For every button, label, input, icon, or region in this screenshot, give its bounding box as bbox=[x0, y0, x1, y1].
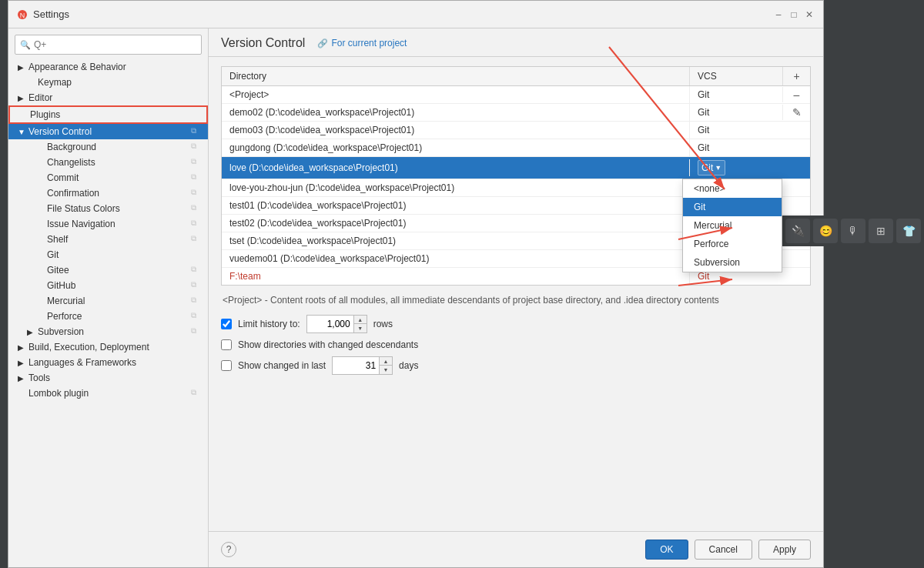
show-changed-descendants-checkbox[interactable] bbox=[221, 339, 232, 350]
table-row: demo02 (D:\code\idea_workspace\Project01… bbox=[222, 104, 810, 122]
show-changed-last-checkbox[interactable] bbox=[221, 360, 232, 371]
expand-arrow: ▶ bbox=[18, 63, 27, 72]
sidebar-item-confirmation[interactable]: Confirmation ⧉ bbox=[8, 185, 208, 201]
sidebar-item-perforce[interactable]: Perforce ⧉ bbox=[8, 309, 208, 324]
dropdown-option-git[interactable]: Git bbox=[683, 198, 782, 216]
sidebar-item-commit[interactable]: Commit ⧉ bbox=[8, 170, 208, 185]
sidebar-item-keymap[interactable]: Keymap bbox=[8, 75, 208, 90]
dialog-content: 🔍 ▶ Appearance & Behavior Keymap bbox=[8, 28, 823, 567]
sidebar-item-label: Appearance & Behavior bbox=[28, 62, 126, 72]
sidebar-item-languages[interactable]: ▶ Languages & Frameworks bbox=[8, 355, 208, 370]
table-row: <Project> Git – bbox=[222, 86, 810, 104]
spinner-down-button[interactable]: ▼ bbox=[354, 324, 367, 332]
sidebar-item-label: Lombok plugin bbox=[28, 388, 89, 399]
sidebar-item-mercurial[interactable]: Mercurial ⧉ bbox=[8, 293, 208, 309]
sidebar-item-label: Shelf bbox=[47, 234, 68, 245]
sidebar-item-label: GitHub bbox=[47, 280, 75, 291]
apply-button[interactable]: Apply bbox=[758, 540, 811, 560]
row-vcs: Git bbox=[690, 86, 782, 103]
row-dir: love (D:\code\idea_workspace\Project01) bbox=[222, 159, 690, 176]
limit-history-checkbox[interactable] bbox=[221, 319, 232, 329]
cancel-button[interactable]: Cancel bbox=[695, 540, 752, 560]
maximize-button[interactable]: □ bbox=[788, 8, 800, 21]
sidebar-item-github[interactable]: GitHub ⧉ bbox=[8, 278, 208, 293]
sidebar-item-version-control[interactable]: ▼ Version Control ⧉ bbox=[8, 124, 208, 139]
vcs-table-header: Directory VCS + bbox=[222, 67, 810, 86]
copy-icon: ⧉ bbox=[191, 265, 202, 276]
show-changed-last-spinner[interactable]: ▲ ▼ bbox=[332, 356, 393, 375]
sidebar-item-label: Changelists bbox=[47, 157, 95, 168]
sidebar-item-label: File Status Colors bbox=[47, 203, 120, 214]
dropdown-option-none[interactable]: <none> bbox=[683, 179, 782, 198]
sidebar-item-tools[interactable]: ▶ Tools bbox=[8, 370, 208, 386]
panel-title: Version Control bbox=[221, 36, 305, 50]
sidebar-item-issue-navigation[interactable]: Issue Navigation ⧉ bbox=[8, 216, 208, 232]
limit-history-input[interactable] bbox=[307, 316, 353, 332]
options-section: Limit history to: ▲ ▼ rows bbox=[221, 315, 811, 375]
sidebar-item-label: Issue Navigation bbox=[47, 219, 116, 229]
spinner-up-button[interactable]: ▲ bbox=[354, 316, 367, 324]
sidebar-item-label: Confirmation bbox=[47, 188, 99, 199]
row-dir: love-you-zhou-jun (D:\code\idea_workspac… bbox=[222, 179, 690, 196]
dialog-title: Settings bbox=[33, 8, 772, 20]
sidebar-item-build-execution[interactable]: ▶ Build, Execution, Deployment bbox=[8, 339, 208, 355]
expand-arrow: ▼ bbox=[18, 128, 27, 136]
ide-icon-5[interactable]: 👕 bbox=[896, 219, 921, 243]
row-vcs: Git bbox=[690, 139, 782, 156]
sidebar-item-lombok[interactable]: Lombok plugin ⧉ bbox=[8, 386, 208, 401]
show-changed-descendants-label: Show directories with changed descendant… bbox=[238, 339, 418, 350]
sidebar-item-file-status-colors[interactable]: File Status Colors ⧉ bbox=[8, 201, 208, 216]
ide-icon-1[interactable]: 🔌 bbox=[785, 219, 810, 243]
edit-row-button[interactable]: ✎ bbox=[789, 105, 805, 120]
vcs-dropdown-trigger[interactable]: Git ▼ bbox=[698, 160, 725, 175]
ok-button[interactable]: OK bbox=[645, 540, 688, 560]
minimize-button[interactable]: – bbox=[772, 8, 785, 21]
close-button[interactable]: ✕ bbox=[803, 8, 815, 21]
vcs-table: Directory VCS + <Project> Git bbox=[221, 66, 811, 286]
dropdown-option-perforce[interactable]: Perforce bbox=[683, 235, 782, 253]
dropdown-option-subversion[interactable]: Subversion bbox=[683, 253, 782, 272]
for-current-project-link[interactable]: 🔗 For current project bbox=[317, 38, 407, 48]
sidebar-item-subversion[interactable]: ▶ Subversion ⧉ bbox=[8, 324, 208, 339]
link-icon: 🔗 bbox=[317, 38, 328, 48]
sidebar-item-editor[interactable]: ▶ Editor bbox=[8, 90, 208, 105]
ide-icon-4[interactable]: ⊞ bbox=[869, 219, 893, 243]
sidebar-item-background[interactable]: Background ⧉ bbox=[8, 139, 208, 155]
row-actions: ✎ bbox=[782, 105, 810, 120]
remove-row-button[interactable]: – bbox=[789, 87, 805, 102]
sidebar-item-git[interactable]: Git bbox=[8, 247, 208, 262]
ide-icon-2[interactable]: 😊 bbox=[813, 219, 838, 243]
search-box[interactable]: 🔍 bbox=[15, 35, 202, 55]
sidebar-item-label: Perforce bbox=[47, 311, 82, 322]
col-vcs-header: VCS bbox=[690, 67, 782, 85]
sidebar-item-changelists[interactable]: Changelists ⧉ bbox=[8, 155, 208, 170]
show-changed-last-input[interactable] bbox=[333, 357, 379, 374]
main-panel: Version Control 🔗 For current project Di… bbox=[209, 28, 823, 567]
add-row-button[interactable]: + bbox=[789, 68, 805, 84]
sidebar-item-label: Tools bbox=[28, 373, 50, 383]
dropdown-option-mercurial[interactable]: Mercurial bbox=[683, 216, 782, 235]
row-dir: gungdong (D:\code\idea_workspace\Project… bbox=[222, 139, 690, 156]
copy-icon: ⧉ bbox=[191, 188, 202, 199]
ide-icon-3[interactable]: 🎙 bbox=[841, 219, 865, 243]
sidebar-item-appearance[interactable]: ▶ Appearance & Behavior bbox=[8, 59, 208, 75]
sidebar-item-shelf[interactable]: Shelf ⧉ bbox=[8, 232, 208, 247]
row-dir: tset (D:\code\idea_workspace\Project01) bbox=[222, 232, 690, 249]
vcs-dropdown: <none> Git Mercurial Perforce Subversion bbox=[682, 179, 782, 272]
table-row-selected[interactable]: love (D:\code\idea_workspace\Project01) … bbox=[222, 157, 810, 179]
sidebar-item-gitee[interactable]: Gitee ⧉ bbox=[8, 262, 208, 278]
expand-arrow: ▶ bbox=[27, 328, 36, 336]
spinner-down-button-2[interactable]: ▼ bbox=[380, 366, 392, 374]
sidebar-item-plugins[interactable]: Plugins bbox=[8, 105, 208, 124]
help-button[interactable]: ? bbox=[221, 542, 236, 557]
spinner-up-button-2[interactable]: ▲ bbox=[380, 357, 392, 366]
limit-history-spinner[interactable]: ▲ ▼ bbox=[306, 315, 367, 333]
search-input[interactable] bbox=[34, 39, 196, 50]
sidebar-tree: ▶ Appearance & Behavior Keymap ▶ Editor bbox=[8, 58, 208, 567]
dialog-footer: ? OK Cancel Apply bbox=[209, 531, 823, 567]
app-window: N Settings – □ ✕ 🔍 ▶ bbox=[0, 0, 924, 568]
row-vcs: Git bbox=[690, 104, 782, 121]
show-changed-last-label-prefix: Show changed in last bbox=[238, 360, 326, 371]
copy-icon: ⧉ bbox=[191, 311, 202, 322]
vcs-table-wrapper: Directory VCS + <Project> Git bbox=[221, 66, 811, 286]
